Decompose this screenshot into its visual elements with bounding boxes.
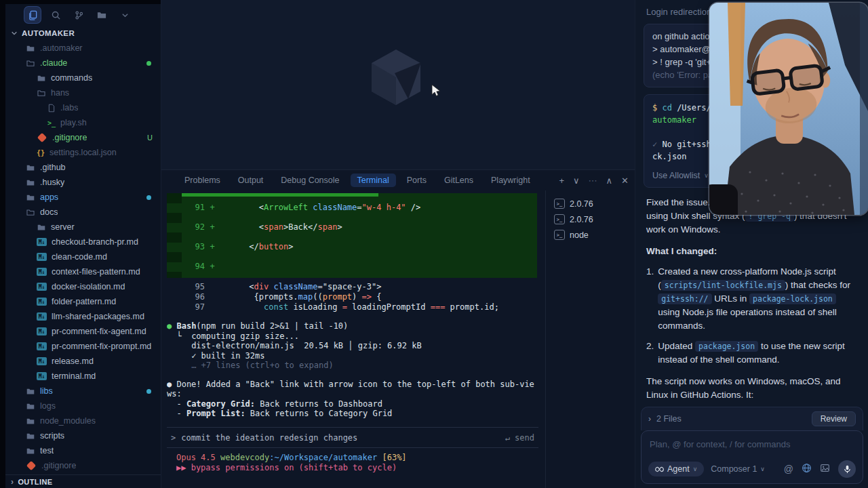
git-file-icon [37,133,47,142]
terminal-icon: >_ [554,214,565,224]
agent-mode-selector[interactable]: Agent ∨ [648,462,704,476]
tree-item-server[interactable]: server [5,220,161,235]
terminal-instance-label: node [570,230,589,240]
markdown-icon: M↓ [37,342,47,350]
panel-tab-terminal[interactable]: Terminal [351,174,396,187]
explorer-root-folder[interactable]: AUTOMAKER [5,26,161,41]
changed-files-row[interactable]: › 2 Files Review [641,407,863,430]
terminal-view[interactable]: 91+ <ArrowLeft className="w-4 h-4" />92+… [161,190,545,488]
diff-added-marker: + [205,198,220,218]
tree-item--github[interactable]: .github [5,160,161,175]
tree-item--gitignore[interactable]: .gitignore [5,458,161,473]
tree-item-context-files-pattern-md[interactable]: M↓context-files-pattern.md [5,264,161,279]
command-input-value: commit the ideation redesign changes [181,433,499,443]
more-actions-button[interactable]: ⋯ [589,176,597,186]
tree-item-label: release.md [52,357,94,366]
tree-item-docker-isolation-md[interactable]: M↓docker-isolation.md [5,279,161,294]
new-terminal-button[interactable]: + [559,176,564,186]
tree-item-libs[interactable]: libs [5,384,161,399]
tree-item-pr-comment-fix-prompt-md[interactable]: M↓pr-comment-fix-prompt.md [5,339,161,354]
terminal-instance-2-0-76[interactable]: >_2.0.76 [546,196,635,211]
tree-item-commands[interactable]: commands [5,70,161,85]
panel-tab-gitlens[interactable]: GitLens [437,174,480,187]
folder-icon [26,447,35,455]
prompt-symbol: > [171,433,176,443]
tree-item-llm-shared-packages-md[interactable]: M↓llm-shared-packages.md [5,309,161,324]
code-line-96: 96 {prompts.map((prompt) => { [167,292,538,302]
tree-item-label: .labs [60,103,78,113]
panel-tab-output[interactable]: Output [231,174,271,187]
globe-icon[interactable] [802,463,812,476]
terminal-output-block-2: ● Done! Added a "Back" link with arrow i… [167,380,537,419]
maximize-panel-button[interactable]: ∧ [606,176,613,186]
terminal-command-input[interactable]: > commit the ideation redesign changes ↵… [167,427,538,448]
tree-item-clean-code-md[interactable]: M↓clean-code.md [5,249,161,264]
search-icon[interactable] [47,7,64,23]
tree-item-pr-comment-fix-agent-md[interactable]: M↓pr-comment-fix-agent.md [5,324,161,339]
empty-editor-area [161,0,635,169]
terminal-instance-2-0-76[interactable]: >_2.0.76 [546,211,635,227]
send-hint[interactable]: ↵ send [505,433,534,443]
model-selector[interactable]: Composer 1 ∨ [711,464,765,474]
terminal-instance-node[interactable]: >_node [546,227,635,243]
folder-icon [26,193,35,202]
inline-code-chip: scripts/lint-lockfile.mjs [661,280,785,291]
tree-item-settings-local-json[interactable]: {}settings.local.json [5,145,161,160]
panel-tab-ports[interactable]: Ports [400,174,433,187]
numbered-item-2: 2.Updated package.json to use the new sc… [646,340,858,367]
tree-item-label: .gitignore [52,133,87,142]
panel-tab-problems[interactable]: Problems [178,174,227,187]
close-panel-button[interactable]: ✕ [621,176,629,186]
tree-item-label: llm-shared-packages.md [52,312,144,321]
review-button[interactable]: Review [812,411,856,426]
outline-section-header[interactable]: › OUTLINE [5,474,161,488]
panel-tab-debug-console[interactable]: Debug Console [274,174,346,187]
tree-item-label: context-files-pattern.md [52,267,140,277]
terminal-dropdown-button[interactable]: ∨ [573,176,580,186]
microphone-button[interactable] [838,460,856,478]
tree-item-label: clean-code.md [52,252,107,262]
tree-item--gitignore[interactable]: .gitignoreU [5,130,161,145]
line-number: 94 [167,257,205,277]
markdown-icon: M↓ [37,372,47,380]
panel-tab-bar: ProblemsOutputDebug ConsoleTerminalPorts… [161,170,635,190]
assistant-message: Fixed the issue.using Unix shell syntax … [635,188,868,437]
modified-indicator-dot [146,389,151,394]
chevron-down-icon[interactable] [117,7,133,23]
folder-icon [37,74,46,83]
terminal-instance-label: 2.0.76 [570,215,593,224]
tree-item-terminal-md[interactable]: M↓terminal.md [5,369,161,384]
tree-item-checkout-branch-pr-md[interactable]: M↓checkout-branch-pr.md [5,235,161,249]
tree-item--claude[interactable]: .claude [5,56,161,70]
tree-item-scripts[interactable]: scripts [5,428,161,443]
tree-item-release-md[interactable]: M↓release.md [5,354,161,369]
panel-tab-playwright[interactable]: Playwright [484,174,537,187]
tree-item-play-sh[interactable]: >_play.sh [5,115,161,130]
folder-icon [26,163,35,172]
tree-item-node-modules[interactable]: node_modules [5,413,161,428]
composer-input-box[interactable]: Plan, @ for context, / for commands Agen… [641,430,863,484]
line-number: 93 [167,237,205,257]
image-icon[interactable] [820,463,830,476]
numbered-item-1: 1.Created a new cross-platform Node.js s… [646,265,858,333]
tree-item-hans[interactable]: hans [5,85,161,100]
mention-icon[interactable]: @ [784,464,793,474]
terminal-diff-block: 91+ <ArrowLeft className="w-4 h-4" />92+… [167,193,537,278]
tree-item-apps[interactable]: apps [5,190,161,205]
code-text: <ArrowLeft className="w-4 h-4" /> [220,198,420,218]
tree-item--labs[interactable]: .labs [5,100,161,115]
source-control-icon[interactable] [71,7,87,23]
status-line-1: Opus 4.5 webdevcody:~/Workspace/automake… [176,453,538,463]
folder-icon[interactable] [94,7,110,23]
diff-added-marker: + [205,218,220,237]
tree-item-docs[interactable]: docs [5,205,161,220]
tree-item--husky[interactable]: .husky [5,175,161,190]
tree-item-label: docs [40,207,58,217]
tree-item--automaker[interactable]: .automaker [5,41,161,56]
tree-item-folder-pattern-md[interactable]: M↓folder-pattern.md [5,294,161,309]
tree-item-test[interactable]: test [5,443,161,458]
files-explorer-icon[interactable] [24,7,41,23]
chevron-down-icon [11,30,18,37]
tree-item-logs[interactable]: logs [5,399,161,413]
diff-highlight-stripe [167,193,378,197]
